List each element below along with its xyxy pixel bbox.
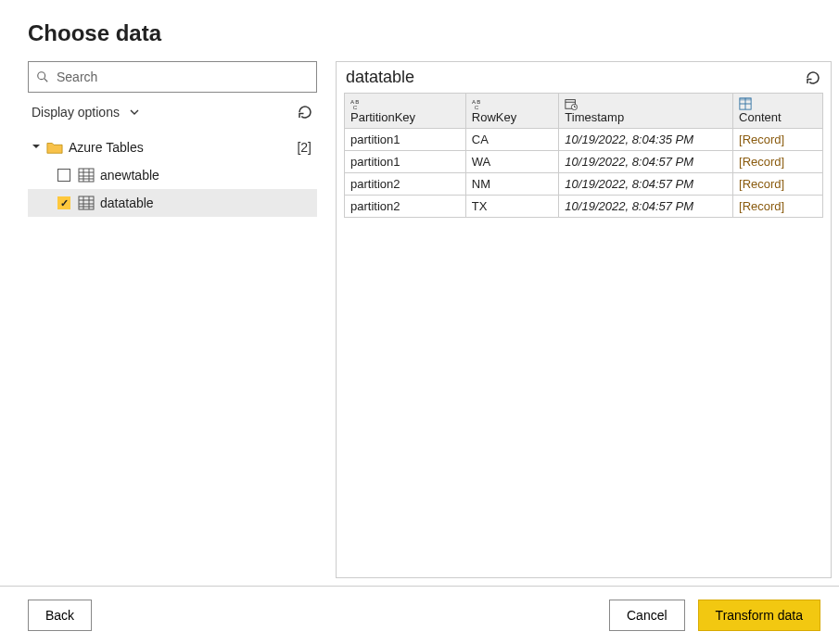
- cell-rowkey: WA: [465, 151, 559, 173]
- search-input[interactable]: [55, 69, 309, 85]
- cell-timestamp: 10/19/2022, 8:04:57 PM: [559, 151, 733, 173]
- transform-data-button[interactable]: Transform data: [698, 600, 820, 631]
- cell-timestamp: 10/19/2022, 8:04:57 PM: [559, 196, 733, 218]
- tree-item-label: anewtable: [100, 168, 313, 183]
- footer: Back Cancel Transform data: [0, 586, 839, 644]
- svg-rect-8: [79, 196, 94, 209]
- tree-folder-count: [2]: [297, 140, 311, 155]
- refresh-preview-button[interactable]: [805, 69, 821, 86]
- cell-rowkey: CA: [465, 129, 559, 151]
- collapse-toggle-icon[interactable]: [32, 142, 43, 153]
- page-title: Choose data: [28, 20, 811, 46]
- search-box[interactable]: [28, 61, 317, 93]
- svg-line-1: [44, 79, 48, 82]
- chevron-down-icon[interactable]: [129, 107, 140, 118]
- cell-timestamp: 10/19/2022, 8:04:35 PM: [559, 129, 733, 151]
- svg-text:C: C: [474, 104, 478, 110]
- cell-rowkey: NM: [465, 173, 559, 196]
- col-header-partitionkey[interactable]: ABCPartitionKey: [345, 94, 466, 129]
- tree-folder-azure-tables[interactable]: Azure Tables [2]: [28, 133, 317, 161]
- cell-content[interactable]: [Record]: [733, 173, 823, 196]
- checkbox-datatable[interactable]: [57, 196, 70, 209]
- svg-rect-2: [79, 169, 94, 182]
- tree-item-datatable[interactable]: datatable: [28, 189, 317, 217]
- table-icon: [78, 196, 95, 210]
- cell-content[interactable]: [Record]: [733, 129, 823, 151]
- table-header-row: ABCPartitionKey ABCRowKey Timestamp Cont…: [345, 94, 823, 129]
- cell-partition: partition1: [345, 151, 466, 173]
- svg-rect-28: [740, 98, 751, 101]
- col-header-content[interactable]: Content: [733, 94, 823, 129]
- preview-table: ABCPartitionKey ABCRowKey Timestamp Cont…: [344, 93, 823, 218]
- back-button[interactable]: Back: [28, 600, 92, 631]
- navigator-tree: Azure Tables [2] anewtable datatable: [28, 133, 317, 217]
- col-header-rowkey[interactable]: ABCRowKey: [465, 94, 559, 129]
- left-pane: Display options Azure Tables: [28, 61, 317, 578]
- cell-content[interactable]: [Record]: [733, 196, 823, 218]
- cell-partition: partition1: [345, 129, 466, 151]
- folder-icon: [46, 140, 63, 155]
- tree-folder-label: Azure Tables: [69, 140, 297, 155]
- svg-text:C: C: [353, 104, 358, 110]
- table-row[interactable]: partition1CA10/19/2022, 8:04:35 PM[Recor…: [345, 129, 823, 151]
- tree-item-label: datatable: [100, 196, 313, 210]
- preview-title: datatable: [346, 68, 414, 87]
- table-icon: [78, 168, 95, 183]
- refresh-tree-button[interactable]: [297, 104, 313, 120]
- tree-item-anewtable[interactable]: anewtable: [28, 161, 317, 189]
- cell-rowkey: TX: [465, 196, 559, 218]
- table-row[interactable]: partition2NM10/19/2022, 8:04:57 PM[Recor…: [345, 173, 823, 196]
- svg-point-0: [38, 72, 45, 80]
- display-options-button[interactable]: Display options: [32, 105, 120, 120]
- table-row[interactable]: partition2TX10/19/2022, 8:04:57 PM[Recor…: [345, 196, 823, 218]
- table-row[interactable]: partition1WA10/19/2022, 8:04:57 PM[Recor…: [345, 151, 823, 173]
- cell-partition: partition2: [345, 196, 466, 218]
- checkbox-anewtable[interactable]: [57, 169, 70, 182]
- preview-pane: datatable ABCPartitionKey ABCRowKey: [336, 61, 832, 578]
- cancel-button[interactable]: Cancel: [609, 600, 685, 631]
- cell-partition: partition2: [345, 173, 466, 196]
- cell-timestamp: 10/19/2022, 8:04:57 PM: [559, 173, 733, 196]
- cell-content[interactable]: [Record]: [733, 151, 823, 173]
- search-icon: [36, 70, 49, 83]
- col-header-timestamp[interactable]: Timestamp: [559, 94, 733, 129]
